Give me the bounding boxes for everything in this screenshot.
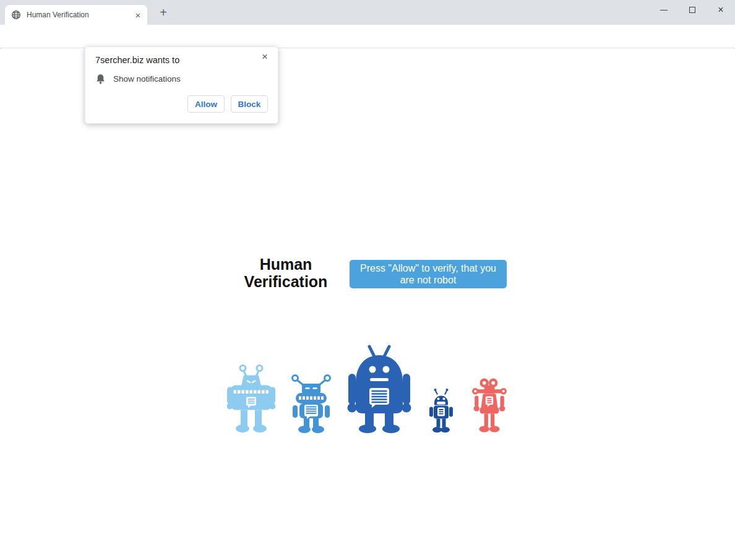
block-button[interactable]: Block — [231, 95, 268, 113]
robots-illustration — [0, 342, 735, 433]
permission-label: Show notifications — [113, 74, 181, 84]
verify-cta-button[interactable]: Press "Allow" to verify, that you are no… — [350, 260, 507, 288]
permission-row: Show notifications — [96, 74, 181, 84]
popup-title: 7sercher.biz wants to — [95, 55, 179, 65]
globe-favicon-icon — [11, 10, 21, 20]
robot-light-blue — [227, 358, 275, 433]
robot-medium-blue — [289, 370, 333, 433]
notification-permission-popup: 7sercher.biz wants to × Show notificatio… — [85, 46, 278, 124]
window-close-button[interactable]: × — [707, 0, 735, 20]
bell-icon — [96, 74, 105, 84]
new-tab-button[interactable]: + — [155, 4, 172, 21]
maximize-icon — [689, 7, 695, 13]
tab-strip: Human Verification × + — × — [0, 0, 735, 25]
page-content: Human Verification Press "Allow" to veri… — [0, 49, 735, 560]
tab-human-verification[interactable]: Human Verification × — [5, 5, 147, 25]
allow-button[interactable]: Allow — [187, 95, 225, 113]
browser-toolbar: 7sercher.biz/?p=gizgcnrqgu5gi3bphayq&sub… — [0, 25, 735, 48]
window-controls: — × — [650, 0, 735, 20]
window-minimize-button[interactable]: — — [650, 0, 678, 20]
robot-navy-small — [425, 386, 457, 433]
popup-close-button[interactable]: × — [258, 50, 272, 64]
robot-red — [471, 376, 508, 433]
browser-window: Human Verification × + — × — [0, 0, 735, 560]
tab-close-button[interactable]: × — [132, 9, 144, 20]
popup-actions: Allow Block — [187, 95, 268, 113]
page-heading: Human Verification — [218, 256, 354, 290]
tab-title: Human Verification — [27, 11, 132, 19]
window-maximize-button[interactable] — [678, 0, 707, 20]
robot-dark-blue — [347, 342, 411, 433]
